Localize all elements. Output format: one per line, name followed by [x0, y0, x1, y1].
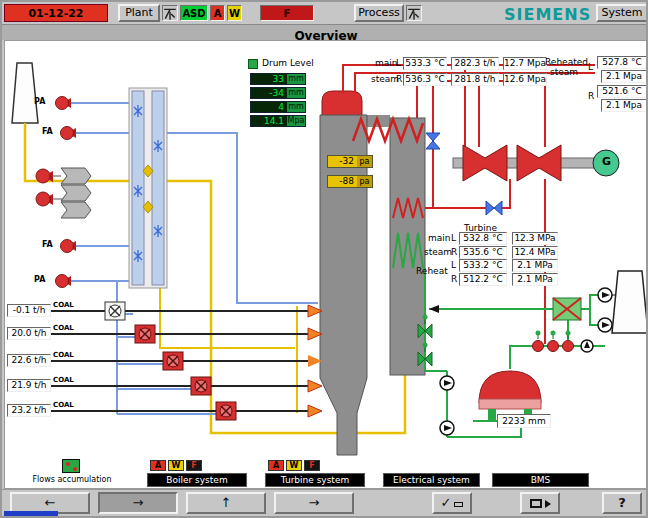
- coal-flow-2: 20.0 t/h: [7, 327, 51, 340]
- coal-mill-1[interactable]: [105, 302, 125, 320]
- drum-level-value-3: 4mm: [250, 101, 306, 113]
- turbine-reheat-label: Reheat: [416, 266, 448, 276]
- alarm-f-indicator[interactable]: F: [260, 5, 314, 21]
- bms-button[interactable]: BMS: [492, 473, 589, 487]
- boiler-alarm-a[interactable]: A: [150, 460, 166, 471]
- coal-mill-4[interactable]: [191, 377, 211, 395]
- lp-turbine[interactable]: [517, 145, 561, 181]
- coal-mill-2[interactable]: [135, 325, 155, 343]
- hp-turbine[interactable]: [463, 145, 507, 181]
- drum-level-icon: [248, 59, 258, 69]
- reheated-steam-label-2: steam: [550, 67, 578, 77]
- coal-label-2: COAL: [53, 324, 74, 332]
- coal-label-4: COAL: [53, 376, 74, 384]
- turbine-main-side-l: L: [451, 233, 456, 243]
- furnace-pressure-2: -88pa: [327, 175, 373, 188]
- condensate-pump-1[interactable]: [440, 376, 454, 390]
- flows-accumulation-label: Flows accumulation: [13, 475, 131, 484]
- turbine-main-press-r: 12.4 MPa: [512, 246, 558, 259]
- main-steam-flow-r: 281.8 t/h: [451, 73, 499, 86]
- process-button[interactable]: Process: [354, 4, 404, 22]
- main-steam-side-r: R: [396, 74, 402, 84]
- boiler-alarm-f[interactable]: F: [186, 460, 202, 471]
- plant-button[interactable]: Plant: [118, 4, 160, 22]
- condensate-pipes: [425, 268, 605, 437]
- reheat-pipes: [417, 73, 545, 208]
- system-button[interactable]: System: [596, 4, 648, 22]
- chimney: [12, 63, 38, 123]
- condenser-level: 2233 mm: [497, 414, 551, 428]
- furnace-pressure-1: -32pa: [327, 155, 373, 168]
- main-steam-press-l: 12.7 Mpa: [503, 57, 547, 70]
- feedwater-arrow: [429, 305, 439, 313]
- main-steam-press-r: 12.6 Mpa: [503, 73, 547, 86]
- datetime-display: 01-12-22 17:26:25: [4, 4, 108, 22]
- process-alarm-flag-icon: [406, 5, 422, 21]
- boiler-alarm-w[interactable]: W: [168, 460, 184, 471]
- turbine-reheat-side-r: R: [451, 274, 457, 284]
- coal-flow-3: 22.6 t/h: [7, 354, 51, 367]
- feedwater-pump-2[interactable]: [548, 331, 559, 352]
- coal-flow-1: -0.1 t/h: [7, 304, 51, 317]
- nav-next-button[interactable]: →: [274, 492, 354, 514]
- acknowledge-button[interactable]: ✓: [432, 492, 472, 514]
- ack-check-label: ✓: [441, 495, 452, 510]
- reheated-side-r: R: [588, 91, 594, 101]
- asd-indicator[interactable]: ASD: [180, 5, 208, 21]
- steam-drum[interactable]: [322, 91, 362, 118]
- turbine-alarm-w[interactable]: W: [286, 460, 302, 471]
- turbine-alarm-f[interactable]: F: [304, 460, 320, 471]
- coal-mill-3[interactable]: [163, 352, 183, 370]
- help-button[interactable]: ?: [602, 492, 642, 514]
- turbine-reheat-press-l: 2.1 MPa: [512, 259, 558, 272]
- main-steam-temp-l: 533.3 °C: [403, 57, 447, 70]
- nav-up-button[interactable]: ↑: [186, 492, 266, 514]
- turbine-steam-label: steam: [424, 247, 452, 257]
- turbine-reheat-press-r: 2.1 MPa: [512, 273, 558, 286]
- alarm-w-indicator[interactable]: W: [227, 5, 242, 21]
- pa-fan-2[interactable]: [56, 275, 72, 288]
- reheated-press-r: 2.1 Mpa: [601, 99, 647, 112]
- title-bar: Overview: [2, 24, 648, 40]
- screen-copy-button[interactable]: [520, 492, 560, 514]
- turbine-alarm-a[interactable]: A: [268, 460, 284, 471]
- feedwater-heater[interactable]: [553, 298, 581, 320]
- burner-5: [308, 405, 322, 417]
- generator-label: G: [602, 155, 611, 168]
- fa-fan-2[interactable]: [61, 240, 77, 253]
- pa-fan-2-label: PA: [34, 275, 45, 284]
- flows-accumulation-icon[interactable]: [62, 459, 80, 473]
- hmi-window: 01-12-22 17:26:25 Plant ASD A W F Proces…: [0, 0, 648, 518]
- reheated-side-l: L: [588, 62, 593, 72]
- main-steam-label-1: main: [375, 58, 398, 68]
- air-preheater: [129, 88, 167, 288]
- coal-bunkers: [61, 168, 91, 218]
- coal-flow-5: 23.2 t/h: [7, 404, 51, 417]
- bypass-valve[interactable]: [426, 133, 440, 149]
- boiler-system-button[interactable]: Boiler system: [147, 473, 247, 487]
- electrical-system-button[interactable]: Electrical system: [383, 473, 480, 487]
- coal-mill-5[interactable]: [216, 402, 236, 420]
- fa-fan-1[interactable]: [61, 127, 77, 140]
- reheat-valve[interactable]: [486, 201, 502, 215]
- pa-fan-1-label: PA: [34, 97, 45, 106]
- aux-pump[interactable]: [581, 340, 593, 352]
- coal-label-1: COAL: [53, 301, 74, 309]
- alarm-a-indicator[interactable]: A: [210, 5, 225, 21]
- burner-4: [308, 380, 322, 392]
- drum-level-value-1: 33mm: [250, 73, 306, 85]
- feedwater-pump-1[interactable]: [533, 331, 544, 352]
- turbine-main-temp-l: 532.8 °C: [459, 232, 507, 245]
- turbine-system-button[interactable]: Turbine system: [265, 473, 365, 487]
- nav-forward-button[interactable]: →: [98, 492, 178, 514]
- plant-alarm-flag-icon: [162, 5, 178, 21]
- turbine-main-side-r: R: [451, 247, 457, 257]
- screen-icon: [530, 499, 542, 508]
- drum-level-value-2: -34mm: [250, 87, 306, 99]
- condensate-pump-2[interactable]: [440, 421, 454, 435]
- pa-fan-1[interactable]: [56, 97, 72, 110]
- coal-flow-4: 21.9 t/h: [7, 379, 51, 392]
- main-steam-label-2: steam: [371, 74, 399, 84]
- feedwater-pump-3[interactable]: [563, 331, 574, 352]
- turbine-reheat-temp-l: 533.2 °C: [459, 259, 507, 272]
